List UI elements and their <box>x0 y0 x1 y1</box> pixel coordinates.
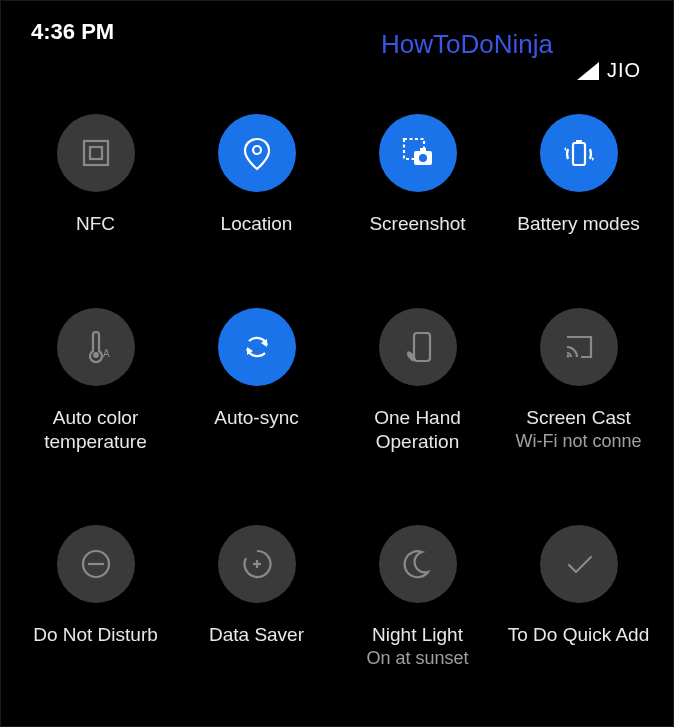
thermometer-icon: A <box>76 327 116 367</box>
sync-icon <box>237 327 277 367</box>
svg-text:A: A <box>103 348 110 359</box>
annotation-watermark: HowToDoNinja <box>381 29 553 60</box>
dnd-icon <box>76 544 116 584</box>
svg-point-17 <box>566 354 569 357</box>
svg-point-12 <box>93 352 99 358</box>
moon-icon <box>398 544 438 584</box>
svg-rect-2 <box>90 147 102 159</box>
tile-autosync-label: Auto-sync <box>214 406 298 430</box>
svg-marker-11 <box>592 157 594 161</box>
screenshot-icon <box>398 133 438 173</box>
tile-battery-circle <box>540 114 618 192</box>
tile-datasaver-circle <box>218 525 296 603</box>
tile-autocolor-circle: A <box>57 308 135 386</box>
tile-cast-sublabel: Wi-Fi not conne <box>515 430 641 453</box>
signal-icon <box>577 62 599 80</box>
tile-todo-label: To Do Quick Add <box>508 623 650 647</box>
location-icon <box>237 133 277 173</box>
check-icon <box>559 544 599 584</box>
svg-rect-6 <box>420 148 426 152</box>
tile-dnd-label: Do Not Disturb <box>33 623 158 647</box>
svg-point-3 <box>253 146 261 154</box>
battery-icon <box>559 133 599 173</box>
tile-nightlight-circle <box>379 525 457 603</box>
tile-location-circle <box>218 114 296 192</box>
svg-point-7 <box>419 154 427 162</box>
tile-screenshot-circle <box>379 114 457 192</box>
tile-nfc[interactable]: NFC <box>15 114 176 236</box>
tile-nightlight-sublabel: On at sunset <box>366 647 468 670</box>
nfc-icon <box>76 133 116 173</box>
tile-night-light[interactable]: Night Light On at sunset <box>337 525 498 669</box>
tile-datasaver-label: Data Saver <box>209 623 304 647</box>
tile-nightlight-label: Night Light <box>372 623 463 647</box>
tile-autosync-circle <box>218 308 296 386</box>
tile-one-hand[interactable]: One Hand Operation <box>337 308 498 454</box>
data-saver-icon <box>237 544 277 584</box>
carrier-row: JIO <box>1 53 673 90</box>
quick-settings-grid: NFC Location Screenshot <box>1 90 673 670</box>
status-time: 4:36 PM <box>31 19 114 45</box>
tile-auto-color-temp[interactable]: A Auto color temperature <box>15 308 176 454</box>
tile-nfc-label: NFC <box>76 212 115 236</box>
carrier-label: JIO <box>607 59 641 82</box>
tile-screenshot-label: Screenshot <box>369 212 465 236</box>
tile-data-saver[interactable]: Data Saver <box>176 525 337 669</box>
svg-marker-10 <box>564 147 566 151</box>
tile-screenshot[interactable]: Screenshot <box>337 114 498 236</box>
tile-auto-sync[interactable]: Auto-sync <box>176 308 337 454</box>
tile-autocolor-label: Auto color temperature <box>21 406 171 454</box>
tile-screen-cast[interactable]: Screen Cast Wi-Fi not conne <box>498 308 659 454</box>
tile-nfc-circle <box>57 114 135 192</box>
svg-rect-1 <box>84 141 108 165</box>
tile-cast-label: Screen Cast <box>526 406 631 430</box>
tile-todo-quick-add[interactable]: To Do Quick Add <box>498 525 659 669</box>
one-hand-icon <box>398 327 438 367</box>
svg-rect-16 <box>414 333 430 361</box>
tile-dnd-circle <box>57 525 135 603</box>
tile-todo-circle <box>540 525 618 603</box>
status-bar: 4:36 PM <box>1 1 673 53</box>
tile-location-label: Location <box>221 212 293 236</box>
cast-icon <box>559 327 599 367</box>
tile-cast-circle <box>540 308 618 386</box>
tile-onehand-label: One Hand Operation <box>343 406 493 454</box>
svg-rect-9 <box>576 140 582 143</box>
tile-dnd[interactable]: Do Not Disturb <box>15 525 176 669</box>
svg-rect-8 <box>573 143 585 165</box>
tile-location[interactable]: Location <box>176 114 337 236</box>
tile-battery-label: Battery modes <box>517 212 640 236</box>
tile-battery-modes[interactable]: Battery modes <box>498 114 659 236</box>
tile-onehand-circle <box>379 308 457 386</box>
